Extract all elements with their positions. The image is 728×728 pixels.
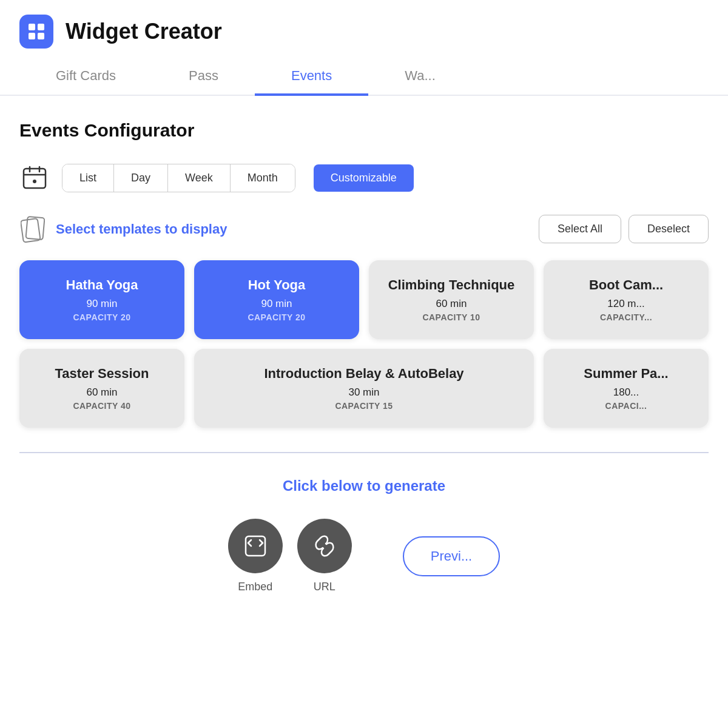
embed-label: Embed <box>238 581 272 593</box>
url-label: URL <box>314 581 335 593</box>
svg-point-8 <box>33 180 36 183</box>
svg-rect-3 <box>38 33 44 39</box>
card-climbing-technique-capacity: CAPACITY 10 <box>381 312 522 322</box>
templates-left: Select templates to display <box>19 216 227 243</box>
card-boot-camp-duration: 120 m... <box>556 298 696 310</box>
card-summer-party-title: Summer Pa... <box>556 366 696 382</box>
card-hot-yoga-duration: 90 min <box>206 298 347 310</box>
card-taster-session[interactable]: Taster Session 60 min CAPACITY 40 <box>19 349 184 428</box>
card-taster-session-duration: 60 min <box>32 386 172 399</box>
header: Widget Creator <box>0 0 728 58</box>
card-boot-camp[interactable]: Boot Cam... 120 m... CAPACITY... <box>544 260 709 339</box>
app-logo <box>19 15 53 49</box>
view-buttons-group: List Day Week Month <box>62 164 295 192</box>
url-button[interactable] <box>297 519 352 573</box>
section-title: Events Configurator <box>19 120 709 141</box>
templates-action-btns: Select All Deselect <box>539 215 709 243</box>
app-title: Widget Creator <box>66 19 222 44</box>
card-intro-belay-capacity: CAPACITY 15 <box>206 401 522 411</box>
templates-row: Select templates to display Select All D… <box>19 215 709 243</box>
generate-section: Click below to generate Embed <box>19 477 709 593</box>
tab-pass[interactable]: Pass <box>152 58 255 96</box>
card-taster-session-title: Taster Session <box>32 366 172 382</box>
select-all-button[interactable]: Select All <box>539 215 621 243</box>
svg-rect-11 <box>246 536 265 556</box>
embed-button-wrap: Embed <box>228 519 283 593</box>
svg-rect-0 <box>29 24 35 30</box>
view-options-row: List Day Week Month Customizable <box>19 163 709 193</box>
card-hot-yoga[interactable]: Hot Yoga 90 min CAPACITY 20 <box>194 260 359 339</box>
url-button-wrap: URL <box>297 519 352 593</box>
generate-title: Click below to generate <box>19 477 709 494</box>
tab-more[interactable]: Wa... <box>368 58 472 95</box>
card-intro-belay-duration: 30 min <box>206 386 522 399</box>
card-summer-party-capacity: CAPACI... <box>556 401 696 411</box>
card-climbing-technique-title: Climbing Technique <box>381 277 522 293</box>
svg-rect-4 <box>24 169 46 188</box>
svg-rect-2 <box>29 33 35 39</box>
card-hot-yoga-capacity: CAPACITY 20 <box>206 312 347 322</box>
view-week-btn[interactable]: Week <box>168 164 231 192</box>
card-hatha-yoga[interactable]: Hatha Yoga 90 min CAPACITY 20 <box>19 260 184 339</box>
card-hatha-yoga-capacity: CAPACITY 20 <box>32 312 172 322</box>
card-climbing-technique[interactable]: Climbing Technique 60 min CAPACITY 10 <box>369 260 534 339</box>
card-summer-party[interactable]: Summer Pa... 180... CAPACI... <box>544 349 709 428</box>
svg-rect-1 <box>38 24 44 30</box>
card-hatha-yoga-title: Hatha Yoga <box>32 277 172 293</box>
card-hatha-yoga-duration: 90 min <box>32 298 172 310</box>
card-taster-session-capacity: CAPACITY 40 <box>32 401 172 411</box>
section-divider <box>19 452 709 453</box>
generate-buttons-row: Embed URL Previ... <box>19 519 709 593</box>
template-cards-grid: Hatha Yoga 90 min CAPACITY 20 Hot Yoga 9… <box>19 260 709 428</box>
tab-events[interactable]: Events <box>255 58 368 96</box>
templates-icon <box>19 216 46 243</box>
card-intro-belay[interactable]: Introduction Belay & AutoBelay 30 min CA… <box>194 349 534 428</box>
main-content: Events Configurator List Day Week Month … <box>0 96 728 618</box>
card-climbing-technique-duration: 60 min <box>381 298 522 310</box>
view-customizable-btn[interactable]: Customizable <box>314 164 414 192</box>
view-list-btn[interactable]: List <box>62 164 114 192</box>
card-summer-party-duration: 180... <box>556 386 696 399</box>
embed-button[interactable] <box>228 519 283 573</box>
calendar-icon <box>19 163 50 193</box>
preview-button[interactable]: Previ... <box>403 536 500 576</box>
card-intro-belay-title: Introduction Belay & AutoBelay <box>206 366 522 382</box>
view-month-btn[interactable]: Month <box>231 164 295 192</box>
tab-gift-cards[interactable]: Gift Cards <box>19 58 152 96</box>
view-day-btn[interactable]: Day <box>114 164 168 192</box>
deselect-all-button[interactable]: Deselect <box>629 215 709 243</box>
select-templates-label: Select templates to display <box>56 221 227 237</box>
tabs-bar: Gift Cards Pass Events Wa... <box>0 58 728 96</box>
card-hot-yoga-title: Hot Yoga <box>206 277 347 293</box>
card-boot-camp-title: Boot Cam... <box>556 277 696 293</box>
card-boot-camp-capacity: CAPACITY... <box>556 312 696 322</box>
